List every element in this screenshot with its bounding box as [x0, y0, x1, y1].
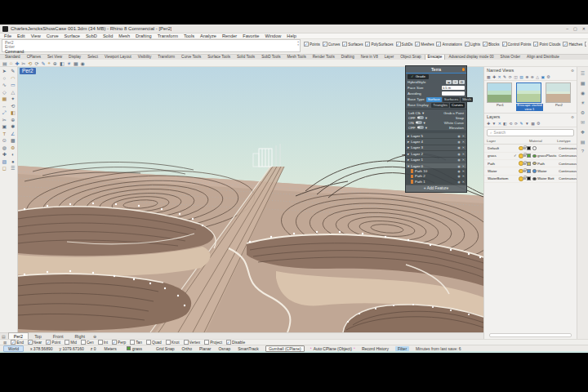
panel-tab-icon[interactable]: ☰: [581, 70, 585, 76]
filter-checkbox[interactable]: SubDs: [396, 42, 413, 47]
gear-icon[interactable]: ⚙: [571, 69, 574, 73]
filter-checkbox[interactable]: Blocks: [483, 42, 500, 47]
material-name[interactable]: grassPlastic: [537, 154, 559, 158]
panel-tab-icon[interactable]: ✉: [581, 119, 585, 125]
command-scrollbar[interactable]: ▴▾: [297, 41, 299, 47]
toggle-switch[interactable]: [417, 126, 424, 129]
lock-icon[interactable]: [523, 154, 526, 157]
osnap-checkbox[interactable]: Disable: [226, 340, 245, 345]
base-type-option[interactable]: Mesh: [461, 97, 473, 102]
named-view-item[interactable]: Enscape started view 1: [516, 82, 543, 111]
toolbar-tab[interactable]: SubD Tools: [258, 54, 283, 60]
menu-item[interactable]: Curve: [47, 33, 59, 38]
current-layer-chip[interactable]: grass: [127, 346, 142, 351]
viewport-title-label[interactable]: Per2: [20, 68, 36, 74]
filter-checkbox[interactable]: Curves: [323, 42, 341, 47]
layers-tool-icon[interactable]: ◧: [503, 122, 507, 126]
toolbar-icon[interactable]: ⌖: [47, 60, 50, 66]
layers-tool-icon[interactable]: ⟳: [514, 122, 518, 126]
tool-icon[interactable]: ▣: [2, 124, 7, 130]
terra-layer-row[interactable]: ▸ Layer 2 ◉ ✕: [406, 150, 466, 156]
filter-checkbox[interactable]: Lights: [465, 42, 480, 47]
toolbar-tab[interactable]: CPlanes: [24, 54, 44, 60]
eye-icon[interactable]: ◉: [457, 174, 461, 178]
filter-checkbox[interactable]: Point Clouds: [533, 42, 560, 47]
style-icon[interactable]: ◔: [452, 80, 458, 84]
panel-tab-icon[interactable]: ❖: [581, 129, 585, 135]
style-icon[interactable]: ☁: [446, 80, 452, 84]
toolbar-tab[interactable]: Mesh Tools: [284, 54, 310, 60]
tool-icon[interactable]: ◇: [2, 90, 7, 96]
toolbar-tab[interactable]: Surface Tools: [204, 54, 234, 60]
status-toggle[interactable]: Osnap: [217, 346, 231, 351]
layer-color-swatch[interactable]: [527, 169, 531, 173]
tool-icon[interactable]: ✂: [2, 118, 7, 123]
toolbar-icon[interactable]: ✚: [15, 60, 19, 66]
lock-icon[interactable]: [523, 170, 526, 172]
linetype-value[interactable]: Continuous: [559, 169, 577, 173]
toolbar-icon[interactable]: ▦: [74, 60, 78, 66]
tool-icon[interactable]: ⟲: [11, 104, 15, 109]
tool-icon[interactable]: ➤: [2, 69, 7, 74]
tool-icon[interactable]: ☰: [11, 166, 15, 172]
toolbar-tab[interactable]: Curve Tools: [178, 54, 204, 60]
delete-icon[interactable]: ✕: [462, 152, 465, 156]
lock-icon[interactable]: [523, 177, 526, 180]
tool-icon[interactable]: ◐: [11, 152, 15, 158]
eye-icon[interactable]: ◉: [457, 134, 461, 138]
lock-icon[interactable]: [523, 147, 526, 149]
material-sphere-icon[interactable]: [532, 162, 537, 166]
osnap-grid-icon[interactable]: ▦: [3, 341, 7, 345]
material-sphere-icon[interactable]: [532, 154, 537, 158]
tool-icon[interactable]: ✦: [11, 96, 15, 102]
toolbar-tab[interactable]: Object Snap: [397, 54, 424, 60]
menu-item[interactable]: Edit: [17, 33, 25, 38]
layers-tool-icon[interactable]: ▦: [531, 122, 535, 126]
base-display-option[interactable]: Triangles: [431, 103, 449, 108]
option-value[interactable]: White Curve: [444, 121, 464, 125]
layer-color-swatch[interactable]: [527, 154, 531, 158]
named-views-tool-icon[interactable]: ✎: [503, 75, 506, 79]
panel-tab-icon[interactable]: ☀: [581, 100, 585, 105]
delete-icon[interactable]: ✕: [462, 180, 465, 184]
named-views-tool-icon[interactable]: ⊖: [531, 75, 534, 79]
option-value[interactable]: Grab a Point: [443, 111, 464, 115]
named-views-tool-icon[interactable]: ✚: [492, 75, 496, 79]
material-sphere-icon[interactable]: [532, 146, 537, 150]
layer-name[interactable]: grass: [488, 154, 514, 158]
material-name[interactable]: Path: [537, 162, 559, 166]
linetype-value[interactable]: Continuous: [559, 154, 577, 158]
tool-icon[interactable]: ▦: [2, 96, 7, 102]
toggle-switch[interactable]: [417, 116, 424, 119]
eye-icon[interactable]: ◉: [457, 169, 461, 173]
menu-item[interactable]: Drafting: [136, 33, 152, 38]
toolbar-icon[interactable]: ⟳: [34, 60, 38, 66]
status-toggle[interactable]: Record History: [361, 346, 390, 351]
layer-color-swatch[interactable]: [527, 162, 531, 166]
named-views-tool-icon[interactable]: ◫: [514, 75, 518, 79]
tool-icon[interactable]: ⤢: [2, 110, 7, 116]
osnap-checkbox[interactable]: Quad: [146, 340, 162, 345]
layer-color-swatch[interactable]: [527, 176, 531, 180]
named-views-tool-icon[interactable]: ▣: [541, 75, 546, 79]
eye-icon[interactable]: ◉: [457, 180, 461, 184]
menu-item[interactable]: Window: [265, 33, 281, 38]
toolbar-icon[interactable]: ◉: [81, 60, 85, 66]
caret-icon[interactable]: ▸: [408, 158, 409, 162]
tool-icon[interactable]: ✚: [2, 152, 7, 158]
menu-item[interactable]: SubD: [86, 33, 97, 38]
cplane-selector[interactable]: World: [3, 345, 24, 352]
layer-row[interactable]: Water ✓ Water Continuous: [484, 167, 577, 175]
osnap-checkbox[interactable]: Int: [98, 340, 108, 345]
status-toggle[interactable]: Grid Snap: [155, 346, 176, 351]
toolbar-icon[interactable]: ⌂: [10, 60, 13, 65]
named-views-tool-icon[interactable]: △: [536, 75, 539, 79]
caret-icon[interactable]: ▸: [408, 152, 409, 156]
status-toggle[interactable]: Planar: [198, 346, 212, 351]
delete-icon[interactable]: ✕: [462, 174, 465, 178]
filter-checkbox[interactable]: PolySurfaces: [365, 42, 393, 47]
toolbar-tab[interactable]: Display: [65, 54, 84, 60]
viewport-tab[interactable]: Top: [29, 332, 47, 339]
base-type-option[interactable]: Surfaces: [443, 97, 460, 102]
layer-name[interactable]: Path: [488, 162, 514, 166]
